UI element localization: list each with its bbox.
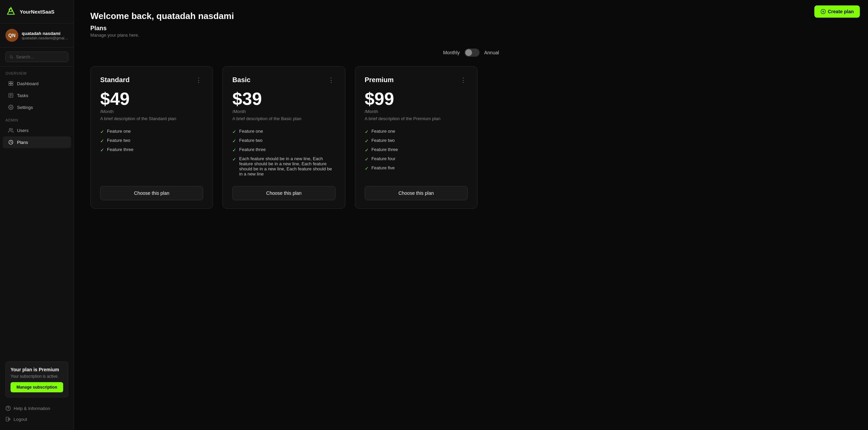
plus-icon: [820, 9, 826, 14]
sidebar-item-tasks[interactable]: Tasks: [3, 90, 71, 101]
plan-description: A brief description of the Basic plan: [232, 116, 335, 121]
plan-period: /Month: [100, 109, 203, 114]
search-icon: [9, 55, 13, 59]
feature-text: Feature three: [372, 147, 398, 152]
choose-plan-button[interactable]: Choose this plan: [365, 186, 468, 200]
plan-menu-button[interactable]: ⋮: [327, 76, 336, 84]
welcome-heading: Welcome back, quatadah nasdami: [90, 11, 852, 21]
svg-point-13: [9, 128, 11, 130]
plan-price: $49: [100, 90, 130, 108]
logout-icon: [5, 416, 11, 422]
plan-feature-item: ✓ Feature one: [100, 129, 203, 134]
plan-menu-button[interactable]: ⋮: [459, 76, 468, 84]
main-content: 🌙 Welcome back, quatadah nasdami Plans M…: [74, 0, 868, 430]
plan-feature-item: ✓ Feature five: [365, 165, 468, 171]
svg-rect-5: [11, 81, 13, 83]
logout-label: Logout: [14, 417, 27, 422]
check-icon: ✓: [365, 156, 369, 162]
help-label: Help & Information: [14, 406, 50, 411]
help-icon: [5, 406, 11, 411]
plan-header: Premium ⋮: [365, 76, 468, 84]
create-plan-button[interactable]: Create plan: [814, 5, 860, 18]
sidebar: YourNextSaaS QN quatadah nasdami quatada…: [0, 0, 74, 430]
settings-label: Settings: [17, 105, 33, 110]
user-info: quatadah nasdami quatadah.nasdami@gmail.…: [22, 31, 68, 40]
check-icon: ✓: [100, 138, 104, 144]
search-container: [0, 48, 74, 67]
check-icon: ✓: [100, 147, 104, 153]
plan-price-row: $49: [100, 90, 203, 108]
search-input[interactable]: [16, 54, 65, 59]
tasks-icon: [8, 93, 14, 98]
svg-rect-7: [11, 84, 13, 86]
help-information-item[interactable]: Help & Information: [5, 403, 68, 414]
monthly-label: Monthly: [443, 50, 460, 55]
create-plan-label: Create plan: [828, 9, 854, 14]
svg-point-15: [6, 406, 10, 410]
sidebar-bottom: Your plan is Premium Your subscription i…: [0, 356, 74, 430]
svg-rect-4: [9, 81, 11, 83]
admin-section: Admin Users Plans: [0, 113, 74, 148]
plan-feature-item: ✓ Feature two: [232, 138, 335, 144]
plan-feature-item: ✓ Feature two: [100, 138, 203, 144]
plan-feature-item: ✓ Feature four: [365, 156, 468, 162]
plan-description: A brief description of the Standard plan: [100, 116, 203, 121]
dashboard-label: Dashboard: [17, 81, 39, 86]
plan-card-standard: Standard ⋮ $49 /Month A brief descriptio…: [90, 66, 213, 209]
sidebar-logo: YourNextSaaS: [0, 0, 74, 23]
plan-price-row: $99: [365, 90, 468, 108]
check-icon: ✓: [232, 129, 236, 134]
current-plan-card: Your plan is Premium Your subscription i…: [5, 361, 68, 397]
plan-feature-item: ✓ Feature one: [365, 129, 468, 134]
tasks-label: Tasks: [17, 93, 28, 98]
overview-section: Overview Dashboard Tasks Settings: [0, 67, 74, 113]
plan-features-list: ✓ Feature one ✓ Feature two ✓ Feature th…: [365, 129, 468, 176]
feature-text: Feature one: [372, 129, 395, 134]
plan-price-section: $49 /Month: [100, 90, 203, 115]
toggle-thumb: [465, 49, 472, 56]
feature-text: Feature five: [372, 165, 395, 170]
plan-price: $39: [232, 90, 262, 108]
feature-text: Each feature should be in a new line, Ea…: [239, 156, 335, 176]
check-icon: ✓: [232, 147, 236, 153]
user-email: quatadah.nasdami@gmail.com: [22, 36, 68, 40]
feature-text: Feature three: [107, 147, 133, 152]
svg-point-12: [10, 107, 12, 108]
overview-label: Overview: [0, 67, 74, 77]
logout-item[interactable]: Logout: [5, 414, 68, 425]
plan-description: A brief description of the Premium plan: [365, 116, 468, 121]
current-plan-title: Your plan is Premium: [11, 367, 63, 373]
plan-price: $99: [365, 90, 394, 108]
sidebar-item-plans[interactable]: Plans: [3, 136, 71, 148]
settings-icon: [8, 105, 14, 110]
page-content: Welcome back, quatadah nasdami Plans Man…: [74, 0, 868, 222]
sidebar-item-settings[interactable]: Settings: [3, 101, 71, 113]
svg-rect-6: [9, 84, 11, 86]
plan-price-section: $39 /Month: [232, 90, 335, 115]
admin-label: Admin: [0, 113, 74, 124]
search-wrap[interactable]: [5, 52, 68, 62]
plan-feature-item: ✓ Feature three: [365, 147, 468, 153]
billing-toggle-switch[interactable]: [465, 49, 480, 57]
plan-name: Basic: [232, 76, 250, 84]
choose-plan-button[interactable]: Choose this plan: [100, 186, 203, 200]
plan-features-list: ✓ Feature one ✓ Feature two ✓ Feature th…: [232, 129, 335, 176]
check-icon: ✓: [365, 138, 369, 144]
plans-label: Plans: [17, 140, 28, 145]
sidebar-item-dashboard[interactable]: Dashboard: [3, 78, 71, 89]
annual-label: Annual: [484, 50, 499, 55]
plan-menu-button[interactable]: ⋮: [194, 76, 203, 84]
check-icon: ✓: [100, 129, 104, 134]
user-profile: QN quatadah nasdami quatadah.nasdami@gma…: [0, 23, 74, 48]
sidebar-item-users[interactable]: Users: [3, 125, 71, 136]
users-label: Users: [17, 128, 29, 133]
plan-feature-item: ✓ Feature one: [232, 129, 335, 134]
choose-plan-button[interactable]: Choose this plan: [232, 186, 335, 200]
feature-text: Feature three: [239, 147, 266, 152]
manage-subscription-button[interactable]: Manage subscription: [11, 382, 63, 392]
plan-name: Standard: [100, 76, 130, 84]
plans-icon: [8, 139, 14, 145]
page-subtitle: Manage your plans here.: [90, 33, 852, 38]
plans-grid: Standard ⋮ $49 /Month A brief descriptio…: [90, 66, 477, 209]
plan-period: /Month: [365, 109, 468, 114]
